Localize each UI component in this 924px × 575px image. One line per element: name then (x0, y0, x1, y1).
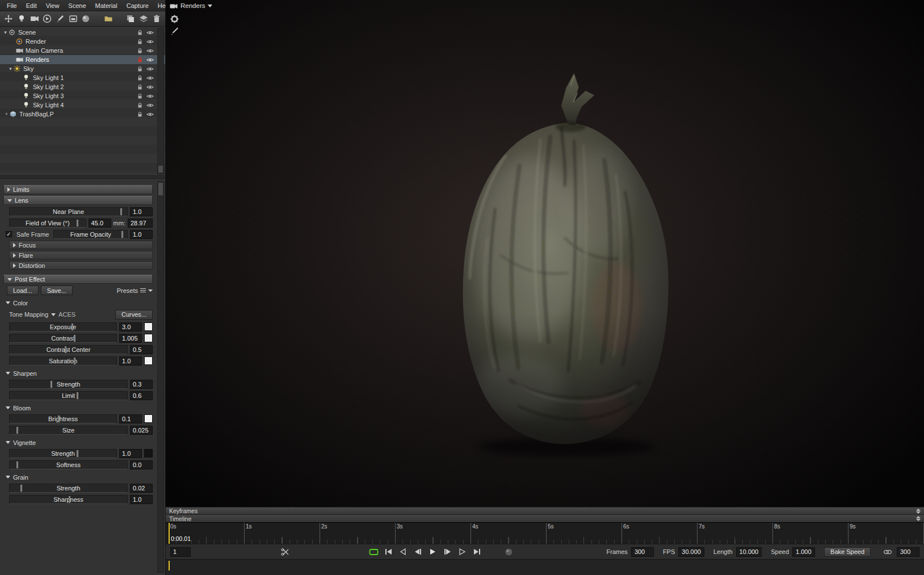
near-plane-slider[interactable]: Near Plane (9, 207, 128, 216)
bloom-size-value[interactable]: 0.025 (130, 426, 153, 435)
tree-item-render[interactable]: Render (0, 37, 165, 46)
saturation-color-swatch[interactable] (144, 356, 153, 365)
expander-icon[interactable]: + (3, 111, 10, 117)
section-flare[interactable]: Flare (9, 251, 153, 259)
sharpen-strength-slider[interactable]: Strength (9, 380, 128, 389)
menu-material[interactable]: Material (91, 1, 122, 10)
eye-icon[interactable] (146, 66, 154, 72)
step-forward-icon[interactable] (442, 547, 453, 557)
lock-icon[interactable] (137, 66, 143, 72)
fov-mm-value[interactable]: 28.97 (128, 219, 153, 228)
properties-scrollbar-thumb[interactable] (158, 183, 163, 195)
grain-sharpness-value[interactable]: 1.0 (130, 495, 153, 504)
exposure-color-swatch[interactable] (144, 322, 153, 331)
menu-edit[interactable]: Edit (22, 1, 41, 10)
contrast-color-swatch[interactable] (144, 334, 153, 342)
bloom-size-slider[interactable]: Size (9, 426, 128, 435)
lock-icon[interactable] (137, 30, 143, 36)
group-sharpen[interactable]: Sharpen (6, 369, 153, 377)
lock-icon[interactable] (137, 93, 143, 99)
open-folder-icon[interactable] (102, 12, 115, 25)
vignette-softness-slider[interactable]: Softness (9, 460, 128, 469)
eye-icon[interactable] (146, 30, 154, 35)
sharpen-limit-slider[interactable]: Limit (9, 391, 128, 400)
sphere-icon[interactable] (503, 547, 514, 557)
frame-opacity-value[interactable]: 1.0 (130, 230, 153, 239)
lock-icon[interactable] (137, 48, 143, 54)
tree-item-renders[interactable]: Renders (0, 55, 165, 64)
slider-handle[interactable] (121, 231, 123, 238)
group-bloom[interactable]: Bloom (6, 404, 153, 412)
slider-handle[interactable] (51, 381, 52, 388)
timeline-bar[interactable]: Timeline (166, 514, 924, 522)
saturation-value[interactable]: 1.0 (119, 356, 142, 366)
playhead-track-marker[interactable] (169, 561, 170, 570)
menu-scene[interactable]: Scene (64, 1, 90, 10)
slider-handle[interactable] (77, 392, 78, 399)
lock-icon[interactable] (137, 39, 143, 45)
play-reverse-icon[interactable] (397, 547, 409, 557)
lock-icon[interactable] (137, 111, 143, 117)
bake-speed-button[interactable]: Bake Speed (824, 547, 871, 557)
tree-item-sky-light-3[interactable]: Sky Light 3 (0, 91, 165, 100)
end-frame-input[interactable]: 300 (897, 547, 919, 557)
section-distortion[interactable]: Distortion (9, 261, 153, 270)
tree-scrollbar-thumb[interactable] (158, 166, 163, 173)
section-focus[interactable]: Focus (9, 241, 153, 249)
chevron-down-icon[interactable] (51, 313, 56, 316)
lock-icon[interactable] (137, 75, 143, 81)
viewport-settings-gear-icon[interactable] (170, 15, 179, 23)
group-color[interactable]: Color (6, 299, 153, 307)
eye-icon[interactable] (146, 57, 154, 62)
near-plane-value[interactable]: 1.0 (130, 207, 153, 216)
current-frame-input[interactable]: 1 (170, 547, 191, 557)
contrast-center-slider[interactable]: Contrast Center (9, 345, 128, 354)
trash-bag-render[interactable] (431, 62, 698, 460)
fps-input[interactable]: 30.000 (678, 547, 704, 557)
slider-handle[interactable] (74, 335, 75, 342)
presets-menu[interactable]: Presets (117, 287, 153, 294)
material-sphere-icon[interactable] (79, 12, 93, 25)
paint-icon[interactable] (54, 12, 67, 25)
link-icon[interactable] (882, 547, 893, 557)
slider-handle[interactable] (74, 358, 75, 364)
section-limits[interactable]: Limits (3, 185, 153, 194)
slider-handle[interactable] (16, 427, 18, 434)
loop-icon[interactable] (368, 547, 379, 557)
curves-button[interactable]: Curves... (115, 310, 153, 320)
skip-start-icon[interactable] (383, 547, 394, 557)
speed-input[interactable]: 1.000 (792, 547, 815, 557)
slider-handle[interactable] (58, 415, 60, 422)
playhead[interactable] (169, 523, 170, 544)
vignette-strength-value[interactable]: 1.0 (119, 449, 142, 458)
tree-item-main-camera[interactable]: Main Camera (0, 46, 165, 55)
slider-handle[interactable] (77, 220, 78, 226)
saturation-slider[interactable]: Saturation (9, 356, 117, 366)
viewport-3d[interactable]: Renders (166, 0, 924, 507)
step-back-icon[interactable] (412, 547, 423, 557)
exposure-value[interactable]: 3.0 (119, 322, 142, 331)
sharpen-strength-value[interactable]: 0.3 (130, 380, 153, 389)
add-light-icon[interactable] (15, 12, 28, 25)
eye-icon[interactable] (146, 103, 154, 108)
fov-value[interactable]: 45.0 (89, 219, 111, 228)
bloom-brightness-value[interactable]: 0.1 (119, 414, 142, 423)
menu-file[interactable]: File (2, 1, 22, 10)
delete-icon[interactable] (150, 12, 163, 25)
group-vignette[interactable]: Vignette (6, 438, 153, 447)
lock-icon[interactable] (137, 84, 143, 90)
properties-scrollbar[interactable] (157, 181, 164, 573)
animation-icon[interactable] (41, 12, 54, 25)
slider-handle[interactable] (69, 496, 70, 503)
frames-input[interactable]: 300 (631, 547, 654, 557)
menu-capture[interactable]: Capture (122, 1, 153, 10)
contrast-slider[interactable]: Contrast (9, 334, 117, 343)
expander-icon[interactable]: ▾ (7, 66, 14, 72)
section-lens[interactable]: Lens (3, 196, 153, 205)
tree-item-sky[interactable]: ▾ Sky (0, 64, 165, 73)
viewport-brush-icon[interactable] (170, 27, 179, 35)
frame-opacity-slider[interactable]: Frame Opacity (53, 230, 128, 239)
expand-collapse-icon[interactable] (916, 516, 921, 521)
slider-handle[interactable] (65, 346, 66, 353)
sharpen-limit-value[interactable]: 0.6 (130, 391, 153, 400)
